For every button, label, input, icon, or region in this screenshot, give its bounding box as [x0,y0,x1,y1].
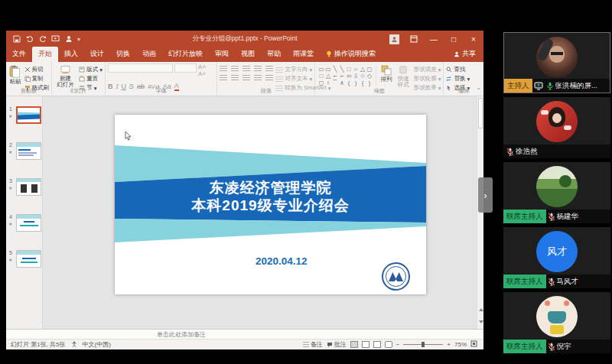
account-avatar[interactable] [384,31,404,47]
shapes-gallery[interactable]: ▭▭╲╲□○△◻ □△⌐⌐⇦⇩☆◇ ◻♀⌒∧(){} [317,63,373,88]
paste-icon [9,65,21,78]
host-badge: 主持人 [504,79,532,93]
font-size-combobox[interactable] [174,63,197,73]
arrange-button[interactable]: 排列 [379,63,393,88]
collapse-ribbon-icon[interactable]: ⌃ [476,87,481,94]
mic-muted-icon [548,213,555,221]
status-bar: 幻灯片 第1张, 共5张 中文(中国) 备注 批注 − + 75% [6,339,483,349]
participant-tile[interactable]: 联席主持人 杨建华 [503,162,610,223]
previous-slide-button[interactable] [477,304,483,314]
presenter-icon[interactable] [64,35,73,44]
accessibility-icon[interactable] [71,341,77,349]
align-left-button[interactable] [220,75,227,80]
cohost-badge: 联席主持人 [503,340,546,353]
new-slide-button[interactable]: 新建幻灯片 [54,63,76,88]
decrease-indent-button[interactable] [243,66,250,71]
zoom-in-button[interactable]: + [447,341,451,348]
ribbon: 粘贴 剪切 复制 格式刷 剪贴板 新建幻灯片 版式 ▾ [6,62,483,96]
zoom-slider[interactable] [403,344,443,345]
tab-home[interactable]: 开始 [32,47,58,62]
notes-toggle[interactable]: 备注 [303,340,323,349]
comment-icon [327,342,333,348]
qat-overflow[interactable]: ▾ [77,36,82,43]
notes-pane[interactable]: 单击此处添加备注 [6,329,483,339]
tab-view[interactable]: 视图 [235,47,261,62]
fit-to-window-button[interactable] [470,340,477,349]
tab-design[interactable]: 设计 [84,47,110,62]
next-slide-button[interactable] [477,317,483,327]
quick-styles-button[interactable]: 快速样式 [396,63,412,88]
reset-button[interactable]: 重置 [79,75,103,83]
undo-icon[interactable] [25,35,34,44]
find-button[interactable]: 查找 [446,66,470,73]
tab-help[interactable]: 帮助 [261,47,287,62]
ribbon-display-options-button[interactable] [404,31,424,47]
align-right-button[interactable] [243,75,250,80]
paste-button[interactable]: 粘贴 [8,63,22,88]
slideshow-view-button[interactable] [385,341,392,348]
clipboard-group: 粘贴 剪切 复制 格式刷 剪贴板 [6,62,52,96]
tab-review[interactable]: 审阅 [209,47,235,62]
center-button[interactable] [231,75,239,80]
increase-indent-button[interactable] [254,66,262,71]
normal-view-button[interactable] [350,341,358,348]
tab-rain-classroom[interactable]: 雨课堂 [287,47,320,62]
powerpoint-window: ▾ 分专业分组@ppt1.pptx - PowerPoint — □ × 文件 … [6,31,483,349]
shape-fill-button[interactable]: 形状填充 ▾ [414,66,441,73]
participant-tile[interactable]: 联席主持人 倪宇 [503,292,610,353]
slide-title: 东凌经济管理学院 本科2019级专业介绍会 [115,179,426,214]
tab-transitions[interactable]: 切换 [110,47,136,62]
line-spacing-button[interactable] [265,66,273,71]
slide-editor[interactable]: 东凌经济管理学院 本科2019级专业介绍会 2020.04.12 [115,115,426,294]
mic-muted-icon [506,148,514,156]
scrollbar-thumb[interactable] [478,98,483,128]
bullets-button[interactable] [220,66,227,71]
tab-animations[interactable]: 动画 [136,47,162,62]
copy-button[interactable]: 复制 [24,75,50,83]
ribbon-tab-row: 文件 开始 插入 设计 切换 动画 幻灯片放映 审阅 视图 帮助 雨课堂 操作说… [6,47,483,62]
zoom-out-button[interactable]: − [396,341,400,348]
tab-insert[interactable]: 插入 [58,47,84,62]
participant-tile[interactable]: 风才 联席主持人 马风才 [503,227,610,288]
minimize-button[interactable]: — [424,31,444,47]
reading-view-button[interactable] [373,341,381,348]
slide-canvas: 东凌经济管理学院 本科2019级专业介绍会 2020.04.12 [43,96,477,329]
replace-button[interactable]: 替换 ▾ [446,75,470,83]
quick-access-toolbar: ▾ [6,35,82,44]
slides-group: 新建幻灯片 版式 ▾ 重置 节 ▾ 幻灯片 [52,62,106,96]
justify-button[interactable] [254,75,262,80]
save-icon[interactable] [12,35,21,44]
columns-button[interactable] [265,75,273,80]
layout-button[interactable]: 版式 ▾ [79,66,103,73]
participant-name: 张洪楠的屏... [555,81,599,91]
comments-toggle[interactable]: 批注 [327,340,347,349]
sidebar-collapse-button[interactable]: › [478,177,493,213]
shape-outline-button[interactable]: 形状轮廓 ▾ [414,75,441,83]
share-button[interactable]: 共享 [448,47,483,62]
mouse-cursor [125,130,132,144]
numbering-button[interactable] [231,66,239,71]
grow-shrink-font[interactable]: A˄ A˅ [198,63,214,77]
slide-sorter-view-button[interactable] [362,341,369,348]
meeting-window: ▾ 分专业分组@ppt1.pptx - PowerPoint — □ × 文件 … [0,0,612,364]
animation-star-icon: ★ [8,221,12,226]
tell-me-search[interactable]: 操作说明搜索 [320,47,382,62]
ppt-titlebar: ▾ 分专业分组@ppt1.pptx - PowerPoint — □ × [6,31,483,47]
close-button[interactable]: × [464,31,483,47]
participant-tile[interactable]: 徐浩然 [503,97,610,158]
zoom-level[interactable]: 75% [454,341,467,348]
redo-icon[interactable] [38,35,47,44]
language-indicator[interactable]: 中文(中国) [83,340,111,349]
participant-namebar: 徐浩然 [503,145,610,158]
cut-button[interactable]: 剪切 [24,66,50,73]
tab-file[interactable]: 文件 [6,47,32,62]
tab-slideshow[interactable]: 幻灯片放映 [162,47,209,62]
person-icon [454,51,460,57]
participant-tile[interactable]: 主持人 张洪楠的屏... [503,32,610,93]
start-slideshow-icon[interactable] [51,35,60,44]
font-name-combobox[interactable] [108,63,173,73]
maximize-button[interactable]: □ [444,31,464,47]
slide-number-indicator: 幻灯片 第1张, 共5张 [11,340,66,349]
mic-muted-icon [548,278,555,286]
vertical-scrollbar[interactable] [477,96,483,329]
